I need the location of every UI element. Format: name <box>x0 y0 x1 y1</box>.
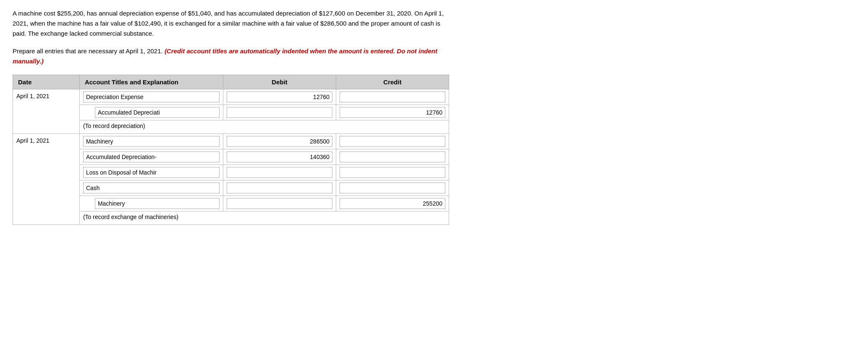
entry1-debit1-input[interactable] <box>227 91 332 102</box>
entry2-credit5 <box>336 196 449 211</box>
entry2-note-row: (To record exchange of machineries) <box>13 211 449 225</box>
entry1-account2 <box>79 105 223 120</box>
entry2-date-empty3 <box>13 165 80 180</box>
entry1-debit2 <box>223 105 336 120</box>
entry1-credit2 <box>336 105 449 120</box>
entry1-debit2-input[interactable] <box>227 107 332 118</box>
entry2-debit4 <box>223 180 336 196</box>
entry2-account5 <box>79 196 223 211</box>
entry2-debit3 <box>223 165 336 180</box>
entry2-credit2-input[interactable] <box>340 151 445 162</box>
entry2-debit5-input[interactable] <box>227 198 332 209</box>
problem-text: A machine cost $255,200, has annual depr… <box>13 8 449 39</box>
journal-table: Date Account Titles and Explanation Debi… <box>13 75 449 225</box>
entry2-note-date <box>13 211 80 225</box>
entry2-account4-input[interactable] <box>83 183 220 193</box>
entry2-account5-input[interactable] <box>95 198 220 209</box>
entry2-credit1-input[interactable] <box>340 136 445 147</box>
entry1-note-date <box>13 120 80 134</box>
entry2-account3 <box>79 165 223 180</box>
entry2-credit4 <box>336 180 449 196</box>
entry2-credit5-input[interactable] <box>340 198 445 209</box>
entry2-row5 <box>13 196 449 211</box>
entry2-date-empty4 <box>13 180 80 196</box>
entry2-account1 <box>79 134 223 149</box>
entry2-debit4-input[interactable] <box>227 183 332 193</box>
entry2-note: (To record exchange of machineries) <box>79 211 449 225</box>
entry2-credit3-input[interactable] <box>340 167 445 178</box>
entry2-row4 <box>13 180 449 196</box>
header-account: Account Titles and Explanation <box>79 75 223 89</box>
entry2-account1-input[interactable] <box>83 136 220 147</box>
entry2-date-empty2 <box>13 149 80 165</box>
entry1-account1-input[interactable] <box>83 91 220 102</box>
entry2-date-empty5 <box>13 196 80 211</box>
entry2-credit1 <box>336 134 449 149</box>
entry1-row2 <box>13 105 449 120</box>
header-credit: Credit <box>336 75 449 89</box>
entry2-account3-input[interactable] <box>83 167 220 178</box>
entry2-account4 <box>79 180 223 196</box>
entry2-debit1 <box>223 134 336 149</box>
entry2-debit3-input[interactable] <box>227 167 332 178</box>
entry1-note: (To record depreciation) <box>79 120 449 134</box>
header-date: Date <box>13 75 80 89</box>
entry2-row3 <box>13 165 449 180</box>
instruction-plain: Prepare all entries that are necessary a… <box>13 47 165 55</box>
entry1-note-row: (To record depreciation) <box>13 120 449 134</box>
entry2-date: April 1, 2021 <box>13 134 80 149</box>
instruction-text: Prepare all entries that are necessary a… <box>13 46 449 66</box>
entry2-credit2 <box>336 149 449 165</box>
entry2-debit5 <box>223 196 336 211</box>
header-debit: Debit <box>223 75 336 89</box>
entry1-row1: April 1, 2021 <box>13 89 449 105</box>
entry1-account2-input[interactable] <box>95 107 220 118</box>
entry2-debit2 <box>223 149 336 165</box>
entry2-account2 <box>79 149 223 165</box>
entry1-credit2-input[interactable] <box>340 107 445 118</box>
entry1-credit1 <box>336 89 449 105</box>
entry2-debit2-input[interactable] <box>227 151 332 162</box>
entry1-date: April 1, 2021 <box>13 89 80 105</box>
entry2-credit4-input[interactable] <box>340 183 445 193</box>
entry2-account2-input[interactable] <box>83 151 220 162</box>
entry2-debit1-input[interactable] <box>227 136 332 147</box>
entry2-row1: April 1, 2021 <box>13 134 449 149</box>
entry2-row2 <box>13 149 449 165</box>
entry1-date-empty1 <box>13 105 80 120</box>
entry2-credit3 <box>336 165 449 180</box>
entry1-debit1 <box>223 89 336 105</box>
entry1-account1 <box>79 89 223 105</box>
entry1-credit1-input[interactable] <box>340 91 445 102</box>
